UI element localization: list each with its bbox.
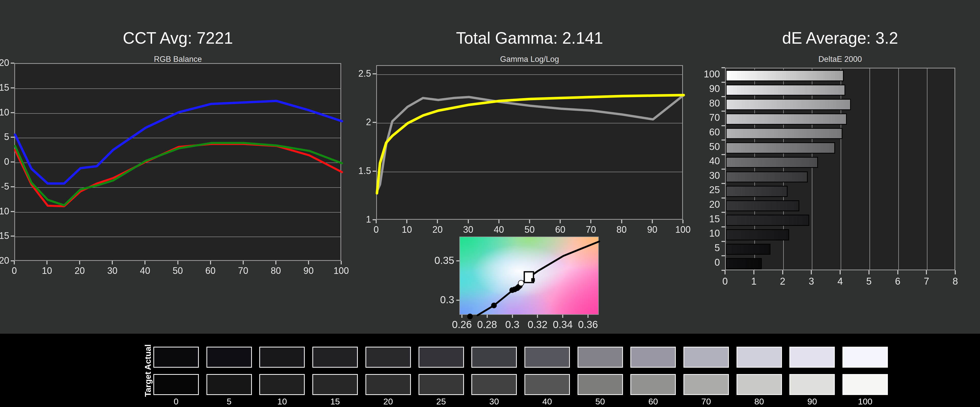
rgb-ytick-label: 10: [0, 107, 9, 118]
gamma-xtick-label: 30: [453, 224, 484, 235]
rgb-ytick: [11, 88, 14, 88]
rgb-ytick-label: -15: [0, 230, 9, 241]
deltae-category-label: 5: [684, 243, 720, 254]
gamma-xtick-label: 80: [606, 224, 637, 235]
deltae-xtick: [811, 270, 812, 275]
rgb-xtick-label: 100: [326, 265, 356, 276]
gamma-xtick-label: 70: [576, 224, 606, 235]
swatch-level-label: 40: [519, 396, 575, 407]
deltae-category-label: 20: [684, 199, 720, 210]
rgb-ytick-label: -5: [0, 181, 9, 192]
deltae-xtick-label: 4: [825, 276, 856, 287]
actual-swatch-20: [366, 347, 411, 368]
rgb-ytick: [11, 62, 14, 64]
deltae-ytick: [721, 241, 725, 242]
deltae-category-label: 15: [684, 214, 720, 225]
deltae-xtick: [782, 270, 783, 275]
gamma-ytick: [372, 122, 376, 123]
rgb-xtick-label: 10: [32, 265, 62, 276]
actual-swatch-70: [683, 347, 729, 368]
deltae-ytick: [721, 227, 725, 227]
deltae-ytick: [721, 154, 725, 155]
gamma-xtick: [406, 220, 407, 223]
actual-swatch-25: [418, 347, 464, 368]
target-swatch-60: [630, 374, 676, 395]
rgb-ytick: [11, 211, 14, 212]
actual-swatch-50: [578, 347, 623, 368]
rgb-xtick: [341, 261, 342, 265]
rgb-xtick: [112, 261, 113, 265]
deltae-category-label: 80: [684, 98, 720, 109]
target-swatch-100: [842, 374, 888, 395]
cie-xtick: [562, 315, 563, 318]
gamma-xtick-label: 50: [514, 224, 545, 235]
gamma-xtick: [682, 220, 683, 223]
deltae-xtick: [897, 270, 898, 275]
actual-swatch-80: [737, 347, 782, 368]
deltae-category-label: 50: [684, 141, 720, 152]
deltae-category-label: 60: [684, 127, 720, 138]
gamma-xtick-label: 60: [545, 224, 576, 235]
deltae-ytick: [721, 139, 725, 140]
deltae-xtick-label: 1: [738, 276, 769, 287]
rgb-ytick-label: 15: [0, 82, 9, 93]
deltae-category-label: 70: [684, 112, 720, 123]
rgb-xtick: [275, 261, 277, 265]
actual-swatch-15: [312, 347, 358, 368]
deltae-ytick: [721, 96, 725, 97]
actual-swatch-0: [153, 347, 199, 368]
rgb-ytick-label: -10: [0, 206, 9, 217]
rgb-xtick: [145, 261, 145, 265]
rgb-ytick-label: 0: [0, 156, 9, 167]
rgb-xtick-label: 90: [293, 265, 324, 276]
swatch-level-label: 60: [625, 396, 681, 407]
gamma-xtick: [621, 220, 622, 223]
deltae-category-label: 0: [684, 257, 720, 268]
rgb-ytick: [11, 236, 14, 236]
rgb-ytick: [11, 161, 14, 163]
deltae-ytick: [721, 270, 725, 271]
deltae-xtick-label: 5: [854, 276, 884, 287]
rgb-xtick-label: 0: [0, 265, 30, 276]
gamma-ytick-label: 1.5: [335, 166, 371, 176]
rgb-ytick-label: 20: [0, 57, 9, 68]
swatch-level-label: 70: [678, 396, 734, 407]
actual-swatch-90: [789, 347, 835, 368]
cie-ytick: [456, 260, 460, 261]
gamma-xtick-label: 20: [422, 224, 453, 235]
deltae-xtick: [955, 270, 956, 275]
deltae-ytick: [721, 111, 725, 112]
gamma-xtick-label: 10: [391, 224, 422, 235]
rgb-xtick-label: 40: [130, 265, 160, 276]
cie-ytick-label: 0.35: [416, 255, 454, 266]
actual-swatch-60: [630, 347, 676, 368]
rgb-xtick-label: 60: [195, 265, 226, 276]
rgb-ytick: [11, 186, 14, 187]
actual-swatch-10: [259, 347, 305, 368]
gamma-xtick: [468, 220, 469, 223]
cie-xtick: [587, 315, 589, 318]
rgb-xtick: [308, 261, 309, 265]
swatch-level-label: 10: [254, 396, 310, 407]
gamma-ytick: [372, 171, 376, 172]
deltae-xtick: [724, 270, 725, 275]
gamma-xtick-label: 40: [484, 224, 514, 235]
target-swatch-40: [525, 374, 570, 395]
rgb-ytick-label: 5: [0, 132, 9, 142]
swatch-level-label: 15: [307, 396, 363, 407]
rgb-ytick: [11, 137, 14, 138]
rgb-xtick: [79, 261, 80, 265]
deltae-ytick: [721, 255, 725, 256]
swatch-level-label: 20: [360, 396, 416, 407]
gamma-ytick: [372, 73, 376, 74]
cie-ytick-label: 0.3: [416, 294, 454, 306]
target-swatch-90: [789, 374, 835, 395]
gamma-xtick: [529, 220, 530, 223]
gamma-xtick-label: 0: [361, 224, 391, 235]
swatch-level-label: 30: [466, 396, 522, 407]
cie-xtick: [461, 315, 463, 318]
target-swatch-15: [312, 374, 358, 395]
gamma-xtick: [437, 220, 438, 223]
swatch-level-label: 0: [148, 396, 204, 407]
gamma-ytick-label: 2.5: [335, 68, 371, 79]
